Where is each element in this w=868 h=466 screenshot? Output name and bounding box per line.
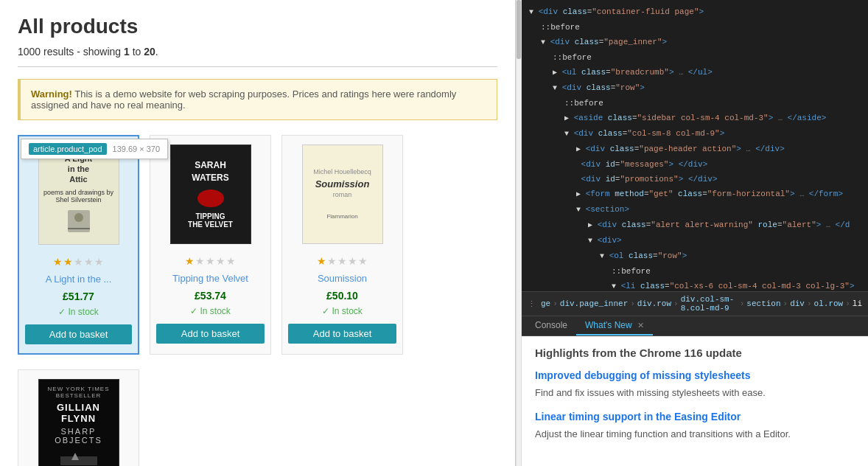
- dom-line: ▼ <div class="col-sm-8 col-md-9">: [522, 126, 868, 142]
- book-image: Michel Houellebecq Soumission roman Flam…: [302, 145, 383, 244]
- whats-new-heading: Highlights from the Chrome 116 update: [535, 347, 855, 359]
- dom-line: ▶ <aside class="sidebar col-sm-4 col-md-…: [522, 111, 868, 126]
- product-title[interactable]: Soumission: [318, 273, 367, 284]
- stock-status: In stock: [190, 306, 231, 316]
- dom-line: ▼ <section>: [522, 202, 868, 218]
- feature-title-2[interactable]: Linear timing support in the Easing Edit…: [535, 411, 855, 422]
- svg-rect-4: [60, 456, 97, 465]
- book-image: A Lightin theAttic poems and drawings by…: [38, 145, 119, 245]
- product-card: NEW YORK TIMES BESTSELLER GILLIANFLYNN S…: [18, 369, 139, 466]
- dom-line: ▼ <li class="col-xs-6 col-sm-4 col-md-3 …: [522, 279, 868, 291]
- dom-line: ▼ <div class="container-fluid page">: [522, 4, 868, 20]
- dom-line: <div id="promotions"> </div>: [522, 172, 868, 187]
- breadcrumb-item[interactable]: div.page_inner: [560, 299, 628, 308]
- star-rating: ★ ★ ★ ★ ★: [53, 256, 104, 268]
- product-card: SARAHWATERS TIPPINGTHE VELVET ★ ★ ★ ★ ★ …: [150, 135, 271, 355]
- dom-line: ▼ <div>: [522, 233, 868, 248]
- product-price: £50.10: [326, 290, 358, 302]
- dom-line: ▶ <div class="page-header action"> … </d…: [522, 142, 868, 157]
- element-tooltip: article.product_pod 139.69 × 370: [21, 139, 168, 159]
- dom-line: ▼ <div class="page_inner">: [522, 35, 868, 50]
- results-summary: 1000 results - showing 1 to 20.: [18, 46, 497, 67]
- product-price: £53.74: [195, 290, 226, 302]
- add-to-basket-button[interactable]: Add to basket: [156, 324, 265, 344]
- product-price: £51.77: [63, 291, 94, 302]
- feature-body-1: Find and fix issues with missing stylesh…: [535, 386, 855, 400]
- page-title: All products: [18, 15, 497, 38]
- svg-point-3: [197, 189, 224, 207]
- tooltip-tag: article.product_pod: [29, 143, 107, 155]
- book-image: NEW YORK TIMES BESTSELLER GILLIANFLYNN S…: [38, 379, 119, 467]
- product-grid: A Lightin theAttic poems and drawings by…: [18, 135, 497, 466]
- warning-box: Warning! This is a demo website for web …: [18, 79, 497, 120]
- dom-breadcrumb: ⋮ ge › div.page_inner › div.row › div.co…: [522, 291, 868, 316]
- book-cover: NEW YORK TIMES BESTSELLER GILLIANFLYNN S…: [35, 378, 123, 466]
- dom-line: <div id="messages"> </div>: [522, 157, 868, 172]
- star-rating: ★ ★ ★ ★ ★: [185, 255, 236, 267]
- book-cover: SARAHWATERS TIPPINGTHE VELVET: [167, 143, 255, 245]
- breadcrumb-item[interactable]: div.col-sm-8.col-md-9: [681, 295, 738, 313]
- add-to-basket-button[interactable]: Add to basket: [288, 324, 396, 344]
- feature-body-2: Adjust the linear timing function and tr…: [535, 427, 855, 442]
- product-title[interactable]: Tipping the Velvet: [172, 273, 248, 284]
- breadcrumb-item[interactable]: ol.row: [814, 299, 844, 308]
- stock-status: In stock: [322, 306, 363, 316]
- svg-point-1: [74, 213, 83, 222]
- warning-label: Warning!: [31, 88, 72, 100]
- dom-line: ▶ <div class="alert alert-warning" role=…: [522, 218, 868, 233]
- product-card: A Lightin theAttic poems and drawings by…: [18, 135, 139, 355]
- breadcrumb-options-icon[interactable]: ⋮: [528, 299, 536, 309]
- devtools-bottom-tabs: Console What's New ✕: [522, 316, 868, 336]
- feature-title-1[interactable]: Improved debugging of missing stylesheet…: [535, 369, 855, 381]
- dom-line: ::before: [522, 264, 868, 279]
- product-title[interactable]: A Light in the ...: [46, 274, 112, 285]
- breadcrumb-item[interactable]: ge: [541, 299, 550, 308]
- star-rating: ★ ★ ★ ★ ★: [317, 255, 368, 267]
- whats-new-panel: Highlights from the Chrome 116 update Im…: [522, 336, 868, 466]
- dom-line: ::before: [522, 20, 868, 35]
- dom-inspector: ▼ <div class="container-fluid page"> ::b…: [522, 0, 868, 291]
- breadcrumb-item[interactable]: div: [790, 299, 805, 308]
- dom-line: ▼ <div class="row">: [522, 80, 868, 96]
- dom-line: ::before: [522, 50, 868, 65]
- close-tab-icon[interactable]: ✕: [637, 321, 644, 330]
- scrollbar[interactable]: [516, 0, 522, 466]
- product-card: Michel Houellebecq Soumission roman Flam…: [281, 135, 403, 355]
- dom-line: ▶ <ul class="breadcrumb"> … </ul>: [522, 65, 868, 80]
- breadcrumb-item[interactable]: section: [746, 299, 780, 308]
- breadcrumb-item-active[interactable]: li: [853, 299, 862, 308]
- book-cover: Michel Houellebecq Soumission roman Flam…: [298, 143, 387, 245]
- dom-line: ▼ <ol class="row">: [522, 248, 868, 264]
- tab-console[interactable]: Console: [526, 316, 576, 335]
- products-panel: All products 1000 results - showing 1 to…: [0, 0, 516, 466]
- warning-text: This is a demo website for web scraping …: [31, 88, 456, 111]
- breadcrumb-item[interactable]: div.row: [637, 299, 671, 308]
- stock-status: In stock: [58, 307, 99, 317]
- tab-whats-new[interactable]: What's New ✕: [576, 316, 653, 335]
- tooltip-dims: 139.69 × 370: [113, 145, 161, 153]
- dom-line: ::before: [522, 96, 868, 111]
- add-to-basket-button[interactable]: Add to basket: [25, 324, 132, 344]
- scroll-thumb[interactable]: [517, 0, 521, 59]
- book-image: SARAHWATERS TIPPINGTHE VELVET: [170, 145, 251, 244]
- dom-line: ▶ <form method="get" class="form-horizon…: [522, 187, 868, 202]
- devtools-panel: ▼ <div class="container-fluid page"> ::b…: [522, 0, 868, 466]
